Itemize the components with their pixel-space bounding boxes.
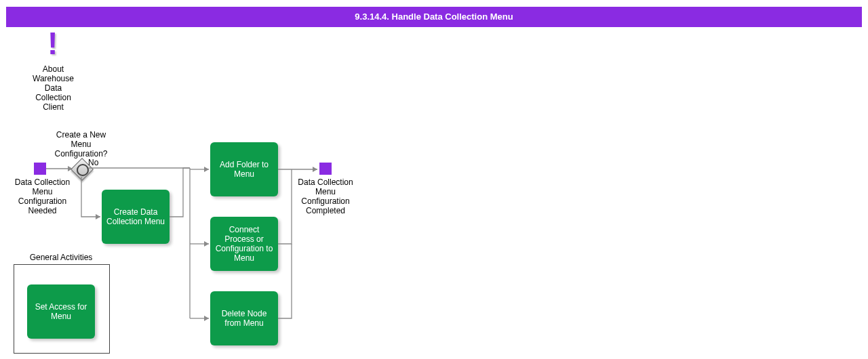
start-event-label: Data Collection Menu Configuration Neede… xyxy=(14,177,71,215)
task-add-folder: Add Folder to Menu xyxy=(210,142,278,196)
edges-layer xyxy=(0,0,868,359)
gateway-inclusive-icon xyxy=(77,164,89,176)
task-set-access: Set Access for Menu xyxy=(27,284,95,339)
end-event xyxy=(319,163,332,175)
diagram-title-bar: 9.3.14.4. Handle Data Collection Menu xyxy=(6,7,862,27)
svg-marker-5 xyxy=(313,167,317,172)
general-activities-title: General Activities xyxy=(14,253,108,262)
svg-marker-1 xyxy=(96,214,100,219)
svg-marker-2 xyxy=(204,167,209,172)
end-event-label: Data Collection Menu Configuration Compl… xyxy=(295,177,356,215)
exclamation-icon: ! xyxy=(47,31,58,56)
start-event xyxy=(34,163,46,175)
task-create-menu: Create Data Collection Menu xyxy=(102,190,170,244)
gateway-label: Create a New Menu Configuration? xyxy=(52,130,110,159)
svg-marker-4 xyxy=(204,316,209,321)
task-connect-process: Connect Process or Configuration to Menu xyxy=(210,217,278,271)
gateway-no-label: No xyxy=(88,158,98,167)
diagram-canvas: 9.3.14.4. Handle Data Collection Menu ! … xyxy=(0,0,868,359)
task-delete-node: Delete Node from Menu xyxy=(210,291,278,345)
annotation-label: About Warehouse Data Collection Client xyxy=(31,64,75,112)
svg-marker-3 xyxy=(204,241,209,247)
